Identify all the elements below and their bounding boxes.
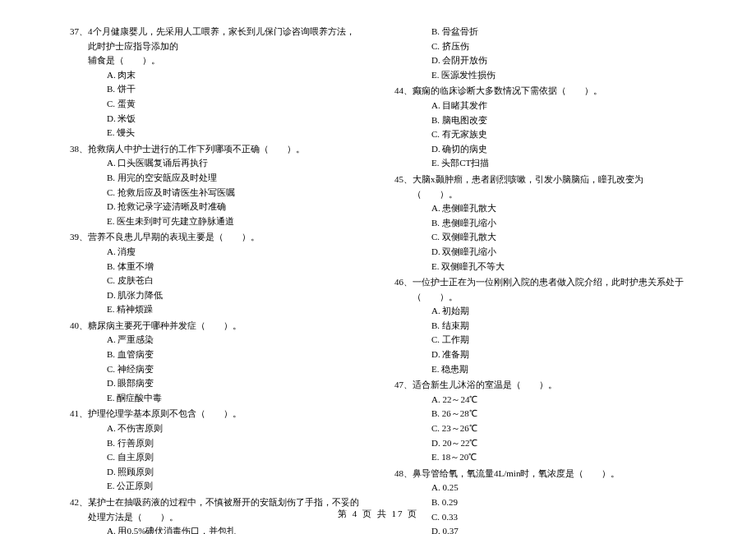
question-39: 39、营养不良患儿早期的表现主要是（ ）。 A. 消瘦 B. 体重不增 C. 皮… <box>70 230 362 317</box>
page-footer: 第 4 页 共 17 页 <box>0 507 756 522</box>
option-b: B. 结束期 <box>394 319 686 334</box>
option-c: C. 双侧瞳孔散大 <box>394 230 686 245</box>
question-48: 48、鼻导管给氧，氧流量4L/min时，氧浓度是（ ）。 A. 0.25 B. … <box>394 467 686 534</box>
option-b: B. 脑电图改变 <box>394 113 686 128</box>
option-a: A. 肉末 <box>70 68 362 83</box>
question-44: 44、癫痫的临床诊断大多数情况下需依据（ ）。 A. 目睹其发作 B. 脑电图改… <box>394 84 686 171</box>
option-c: C. 23～26℃ <box>394 421 686 436</box>
question-41: 41、护理伦理学基本原则不包含（ ）。 A. 不伤害原则 B. 行善原则 C. … <box>70 407 362 494</box>
option-d: D. 双侧瞳孔缩小 <box>394 245 686 260</box>
option-a: A. 口头医嘱复诵后再执行 <box>70 156 362 171</box>
option-d: D. 20～22℃ <box>394 436 686 451</box>
option-d: D. 抢救记录字迹清晰及时准确 <box>70 200 362 214</box>
left-column: 37、4个月健康婴儿，先采用人工喂养，家长到儿保门诊咨询喂养方法，此时护士应指导… <box>70 25 362 534</box>
option-d: D. 0.37 <box>394 524 686 534</box>
option-b: B. 体重不增 <box>70 260 362 274</box>
option-c: C. 蛋黄 <box>70 97 362 112</box>
option-b: B. 饼干 <box>70 82 362 97</box>
option-d: D. 准备期 <box>394 348 686 362</box>
option-e: E. 医源发性损伤 <box>394 68 686 83</box>
option-e: E. 医生未到时可先建立静脉通道 <box>70 214 362 229</box>
option-e: E. 稳患期 <box>394 362 686 377</box>
question-text: 37、4个月健康婴儿，先采用人工喂养，家长到儿保门诊咨询喂养方法，此时护士应指导… <box>70 25 362 53</box>
option-a: A. 用0.5%碘伏消毒伤口，并包扎 <box>70 524 362 534</box>
option-b: B. 行善原则 <box>70 436 362 451</box>
option-b: B. 血管病变 <box>70 348 362 362</box>
question-46: 46、一位护士正在为一位刚刚入院的患者做入院介绍，此时护患关系处于（ ）。 A.… <box>394 275 686 376</box>
option-c: C. 自主原则 <box>70 450 362 465</box>
option-b: B. 骨盆骨折 <box>394 25 686 39</box>
option-c: C. 工作期 <box>394 333 686 348</box>
question-40: 40、糖尿病主要死于哪种并发症（ ）。 A. 严重感染 B. 血管病变 C. 神… <box>70 319 362 406</box>
option-a: A. 消瘦 <box>70 245 362 260</box>
question-38: 38、抢救病人中护士进行的工作下列哪项不正确（ ）。 A. 口头医嘱复诵后再执行… <box>70 142 362 229</box>
option-a: A. 严重感染 <box>70 333 362 348</box>
option-b: B. 患侧瞳孔缩小 <box>394 216 686 231</box>
question-text: 47、适合新生儿沐浴的室温是（ ）。 <box>394 378 686 393</box>
question-text: 40、糖尿病主要死于哪种并发症（ ）。 <box>70 319 362 334</box>
question-text: 45、大脑x颞肿瘤，患者剧烈咳嗽，引发小脑脑疝，瞳孔改变为（ ）。 <box>394 173 686 201</box>
question-47: 47、适合新生儿沐浴的室温是（ ）。 A. 22～24℃ B. 26～28℃ C… <box>394 378 686 465</box>
option-e: E. 馒头 <box>70 126 362 140</box>
content-columns: 37、4个月健康婴儿，先采用人工喂养，家长到儿保门诊咨询喂养方法，此时护士应指导… <box>70 25 686 534</box>
option-e: E. 双侧瞳孔不等大 <box>394 260 686 274</box>
option-c: C. 神经病变 <box>70 362 362 377</box>
option-c: C. 皮肤苍白 <box>70 274 362 288</box>
question-text: 41、护理伦理学基本原则不包含（ ）。 <box>70 407 362 421</box>
right-column: B. 骨盆骨折 C. 挤压伤 D. 会阴开放伤 E. 医源发性损伤 44、癫痫的… <box>394 25 686 534</box>
option-d: D. 照顾原则 <box>70 465 362 480</box>
question-text: 39、营养不良患儿早期的表现主要是（ ）。 <box>70 230 362 245</box>
option-e: E. 18～20℃ <box>394 450 686 465</box>
option-d: D. 确切的病史 <box>394 142 686 157</box>
option-c: C. 抢救后应及时请医生补写医嘱 <box>70 186 362 200</box>
question-text: 46、一位护士正在为一位刚刚入院的患者做入院介绍，此时护患关系处于（ ）。 <box>394 275 686 304</box>
option-a: A. 22～24℃ <box>394 393 686 407</box>
option-d: D. 眼部病变 <box>70 376 362 391</box>
question-45: 45、大脑x颞肿瘤，患者剧烈咳嗽，引发小脑脑疝，瞳孔改变为（ ）。 A. 患侧瞳… <box>394 173 686 274</box>
option-b: B. 用完的空安瓿应及时处理 <box>70 171 362 186</box>
option-d: D. 肌张力降低 <box>70 288 362 303</box>
option-e: E. 头部CT扫描 <box>394 156 686 171</box>
option-d: D. 米饭 <box>70 112 362 127</box>
option-c: C. 挤压伤 <box>394 39 686 54</box>
question-43-cont: B. 骨盆骨折 C. 挤压伤 D. 会阴开放伤 E. 医源发性损伤 <box>394 25 686 82</box>
option-c: C. 有无家族史 <box>394 127 686 142</box>
option-a: A. 初始期 <box>394 304 686 319</box>
option-a: A. 目睹其发作 <box>394 99 686 113</box>
option-e: E. 精神烦躁 <box>70 302 362 317</box>
option-a: A. 0.25 <box>394 481 686 495</box>
option-b: B. 26～28℃ <box>394 407 686 421</box>
question-text: 38、抢救病人中护士进行的工作下列哪项不正确（ ）。 <box>70 142 362 157</box>
option-a: A. 不伤害原则 <box>70 421 362 436</box>
question-text: 44、癫痫的临床诊断大多数情况下需依据（ ）。 <box>394 84 686 99</box>
option-d: D. 会阴开放伤 <box>394 53 686 68</box>
question-37: 37、4个月健康婴儿，先采用人工喂养，家长到儿保门诊咨询喂养方法，此时护士应指导… <box>70 25 362 140</box>
option-e: E. 酮症酸中毒 <box>70 391 362 406</box>
question-text: 48、鼻导管给氧，氧流量4L/min时，氧浓度是（ ）。 <box>394 467 686 481</box>
option-e: E. 公正原则 <box>70 479 362 494</box>
option-a: A. 患侧瞳孔散大 <box>394 201 686 216</box>
question-text-cont: 辅食是（ ）。 <box>70 53 362 68</box>
